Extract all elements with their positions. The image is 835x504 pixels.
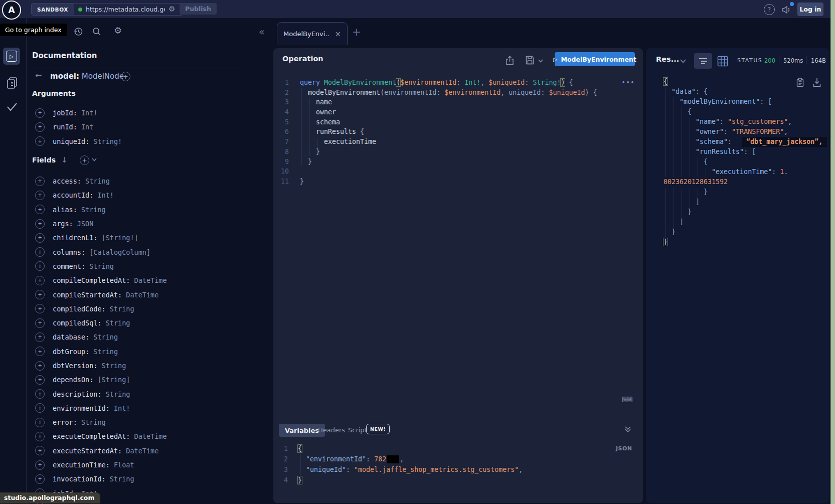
field-row[interactable]: +compiledCode: String (35, 302, 251, 316)
run-operation-button[interactable]: ▷ ModelByEnvironment (555, 52, 635, 66)
new-tab-button[interactable]: + (352, 26, 361, 38)
field-row[interactable]: +dbtGroup: String (35, 345, 251, 359)
argument-row[interactable]: +jobId: Int! (35, 106, 251, 120)
save-icon[interactable] (526, 56, 534, 65)
field-row[interactable]: +executeStartedAt: DateTime (35, 444, 251, 458)
field-row[interactable]: +accountId: Int! (35, 188, 251, 202)
field-row[interactable]: +childrenL1: [String!] (35, 231, 251, 245)
field-type[interactable]: String (110, 475, 134, 483)
add-field-button[interactable]: + (35, 177, 45, 186)
field-type[interactable]: String (85, 177, 110, 185)
field-row[interactable]: +invocationId: String (35, 472, 251, 486)
field-row[interactable]: +compileCompletedAt: DateTime (35, 273, 251, 287)
field-type[interactable]: Int! (81, 109, 98, 117)
field-type[interactable]: String (102, 362, 126, 370)
fields-sort-icon[interactable]: ↓ (61, 155, 68, 164)
field-row[interactable]: +error: String (35, 415, 251, 429)
help-icon[interactable]: ? (764, 4, 775, 15)
field-type[interactable]: DateTime (126, 447, 158, 455)
add-field-button[interactable]: + (35, 276, 45, 285)
field-type[interactable]: String (106, 319, 130, 327)
field-row[interactable]: +environmentId: Int! (35, 401, 251, 415)
add-field-button[interactable]: + (35, 347, 45, 356)
field-row[interactable]: +database: String (35, 330, 251, 344)
add-field-button[interactable]: + (35, 247, 45, 257)
field-row[interactable]: +comment: String (35, 259, 251, 273)
field-type[interactable]: String (110, 305, 134, 313)
field-row[interactable]: +compiledSql: String (35, 316, 251, 330)
add-field-button[interactable]: + (35, 446, 45, 455)
keyboard-shortcuts-icon[interactable]: ⌨ (622, 395, 633, 404)
response-title-chevron-icon[interactable] (680, 59, 686, 63)
search-icon[interactable] (92, 27, 101, 36)
field-row[interactable]: +access: String (35, 174, 251, 188)
field-type[interactable]: String! (93, 137, 122, 145)
add-field-button[interactable]: + (35, 361, 45, 371)
add-field-button[interactable]: + (35, 261, 45, 271)
add-field-button[interactable]: + (35, 191, 45, 200)
argument-row[interactable]: +runId: Int (35, 120, 251, 134)
add-field-button[interactable]: + (35, 432, 45, 441)
add-field-button[interactable]: + (35, 136, 45, 146)
save-chevron-icon[interactable] (538, 59, 543, 63)
field-row[interactable]: +description: String (35, 387, 251, 401)
add-field-button[interactable]: + (35, 389, 45, 399)
connection-settings-gear-icon[interactable]: ⚙ (169, 6, 175, 13)
add-field-button[interactable]: + (35, 318, 45, 328)
field-type[interactable]: String (106, 390, 130, 398)
field-row[interactable]: +args: JSON (35, 217, 251, 231)
field-type[interactable]: Int! (114, 404, 130, 412)
share-icon[interactable] (506, 56, 514, 65)
response-json-viewer[interactable]: { "data": { "modelByEnvironment": [ { "n… (663, 77, 827, 247)
tree-view-toggle[interactable] (694, 53, 712, 69)
field-type[interactable]: String (93, 348, 118, 356)
field-type[interactable]: Int (81, 123, 93, 131)
field-row[interactable]: +columns: [CatalogColumn] (35, 245, 251, 259)
fields-add-chevron-icon[interactable] (92, 158, 97, 161)
rail-explorer-button[interactable]: ▷ (3, 48, 20, 65)
add-field-button[interactable]: + (35, 122, 45, 132)
field-row[interactable]: +executionTime: Float (35, 458, 251, 472)
collapse-sidebar-chevrons[interactable]: « (259, 26, 265, 37)
variables-editor[interactable]: 1{2 "environmentId": 782,3 "uniqueId": "… (266, 443, 523, 485)
table-view-toggle[interactable] (717, 56, 728, 67)
tab-headers[interactable]: Headers (318, 426, 345, 434)
field-type[interactable]: Int! (97, 191, 114, 199)
add-field-button[interactable]: + (35, 304, 45, 313)
login-button[interactable]: Log in (797, 3, 823, 16)
editor-menu-dots[interactable]: ••• (622, 80, 635, 85)
add-field-button[interactable]: + (35, 108, 45, 118)
announcements-megaphone-icon[interactable] (781, 5, 792, 15)
field-type[interactable]: [CatalogColumn] (89, 248, 150, 256)
add-field-button[interactable]: + (35, 403, 45, 413)
fields-add-button[interactable]: + (80, 155, 89, 165)
endpoint-url-input[interactable]: https://metadata.cloud.getd ⚙ (74, 4, 183, 15)
field-type[interactable]: [String!] (102, 234, 138, 242)
rail-checks-icon[interactable] (6, 102, 18, 112)
settings-gear-icon[interactable]: ⚙ (114, 26, 122, 35)
add-field-button[interactable]: + (35, 233, 45, 243)
docs-back-button[interactable]: ← (35, 71, 42, 80)
collapse-panel-chevrons-icon[interactable] (624, 426, 631, 433)
add-field-button[interactable]: + (35, 375, 45, 385)
field-type[interactable]: String (89, 262, 114, 270)
response-title[interactable]: Res... (656, 55, 679, 63)
add-field-button[interactable]: + (35, 332, 45, 342)
field-row[interactable]: +dependsOn: [String] (35, 373, 251, 387)
argument-row[interactable]: +uniqueId: String! (35, 134, 251, 148)
field-row[interactable]: +alias: String (35, 203, 251, 217)
field-row[interactable]: +executeCompletedAt: DateTime (35, 429, 251, 443)
tab-modelbyenvironment[interactable]: ModelByEnvi... × (277, 22, 348, 45)
add-all-fields-button[interactable]: + (121, 72, 130, 81)
field-type[interactable]: String (81, 206, 106, 214)
add-field-button[interactable]: + (35, 460, 45, 470)
history-icon[interactable] (74, 27, 83, 36)
field-type[interactable]: String (81, 418, 106, 426)
field-row[interactable]: +dbtVersion: String (35, 359, 251, 373)
breadcrumb-type[interactable]: ModelNode (82, 72, 124, 81)
add-field-button[interactable]: + (35, 418, 45, 427)
add-field-button[interactable]: + (35, 205, 45, 214)
tab-script[interactable]: Script (348, 426, 367, 434)
field-type[interactable]: DateTime (134, 276, 167, 284)
field-type[interactable]: DateTime (134, 432, 167, 440)
